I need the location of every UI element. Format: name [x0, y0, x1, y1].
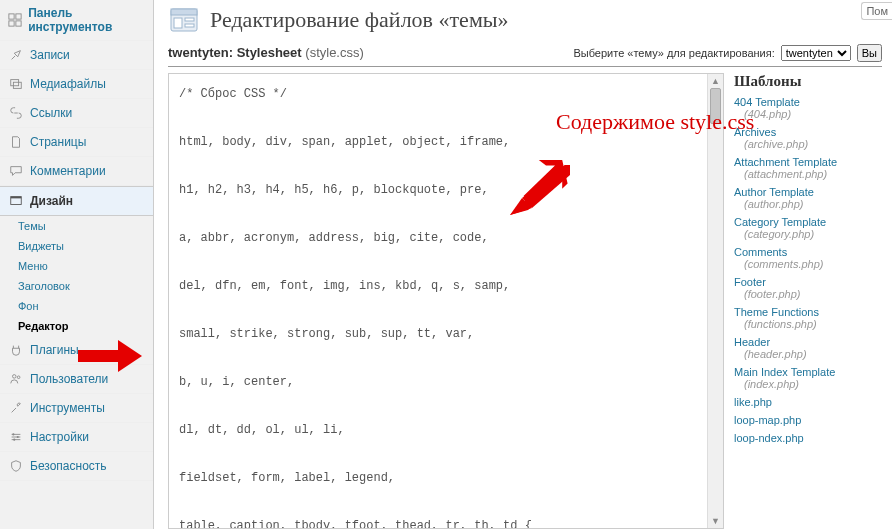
- sidebar-label: Комментарии: [30, 164, 106, 178]
- template-link[interactable]: Comments: [734, 246, 882, 258]
- page-icon: [8, 134, 24, 150]
- template-link[interactable]: Attachment Template: [734, 156, 882, 168]
- comment-icon: [8, 163, 24, 179]
- sidebar-settings[interactable]: Настройки: [0, 423, 153, 452]
- sidebar-pages[interactable]: Страницы: [0, 128, 153, 157]
- media-icon: [8, 76, 24, 92]
- scroll-down-icon[interactable]: ▼: [708, 514, 723, 528]
- template-link[interactable]: 404 Template: [734, 96, 882, 108]
- sidebar-sub-background[interactable]: Фон: [0, 296, 153, 316]
- sidebar-label: Плагины: [30, 343, 79, 357]
- template-filename: (author.php): [734, 198, 882, 210]
- template-filename: (404.php): [734, 108, 882, 120]
- current-file-label: twentyten: Stylesheet (style.css): [168, 45, 364, 60]
- template-link[interactable]: Archives: [734, 126, 882, 138]
- sidebar-label: Настройки: [30, 430, 89, 444]
- sidebar-links[interactable]: Ссылки: [0, 99, 153, 128]
- sidebar-tools[interactable]: Инструменты: [0, 394, 153, 423]
- theme-dropdown[interactable]: twentyten: [781, 45, 851, 61]
- theme-select-label: Выберите «тему» для редактирования:: [573, 47, 774, 59]
- svg-point-11: [17, 436, 19, 438]
- file-name: (style.css): [305, 45, 364, 60]
- svg-point-12: [13, 439, 15, 441]
- users-icon: [8, 371, 24, 387]
- link-icon: [8, 105, 24, 121]
- sidebar-comments[interactable]: Комментарии: [0, 157, 153, 186]
- template-link[interactable]: Main Index Template: [734, 366, 882, 378]
- sidebar-label: Безопасность: [30, 459, 107, 473]
- page-title: Редактирование файлов «темы»: [210, 7, 509, 33]
- admin-sidebar: Панель инструментов Записи Медиафайлы Сс…: [0, 0, 154, 529]
- sidebar-sub-editor[interactable]: Редактор: [0, 316, 153, 336]
- template-filename: (comments.php): [734, 258, 882, 270]
- template-link[interactable]: Header: [734, 336, 882, 348]
- editor-scrollbar[interactable]: ▲ ▼: [707, 74, 723, 528]
- sidebar-dashboard[interactable]: Панель инструментов: [0, 0, 153, 41]
- svg-rect-14: [171, 9, 197, 15]
- code-editor-wrap: ▲ ▼: [168, 73, 724, 529]
- theme-select-button[interactable]: Вы: [857, 44, 882, 62]
- sidebar-label: Панель инструментов: [28, 6, 145, 34]
- sidebar-media[interactable]: Медиафайлы: [0, 70, 153, 99]
- scroll-up-icon[interactable]: ▲: [708, 74, 723, 88]
- theme-selector: Выберите «тему» для редактирования: twen…: [573, 44, 882, 62]
- scroll-thumb[interactable]: [710, 88, 721, 124]
- sidebar-sub-header[interactable]: Заголовок: [0, 276, 153, 296]
- svg-rect-3: [16, 21, 21, 26]
- sidebar-label: Записи: [30, 48, 70, 62]
- code-editor[interactable]: [169, 74, 707, 528]
- template-filename: (footer.php): [734, 288, 882, 300]
- sidebar-sub-themes[interactable]: Темы: [0, 216, 153, 236]
- template-link[interactable]: like.php: [734, 396, 882, 408]
- tools-icon: [8, 400, 24, 416]
- svg-point-8: [13, 375, 17, 379]
- help-button[interactable]: Пом: [861, 2, 892, 20]
- template-link[interactable]: Footer: [734, 276, 882, 288]
- template-filename: (attachment.php): [734, 168, 882, 180]
- sidebar-plugins[interactable]: Плагины: [0, 336, 153, 365]
- sidebar-label: Пользователи: [30, 372, 108, 386]
- pin-icon: [8, 47, 24, 63]
- template-link[interactable]: loop-map.php: [734, 414, 882, 426]
- sidebar-label: Дизайн: [30, 194, 73, 208]
- template-link[interactable]: Theme Functions: [734, 306, 882, 318]
- svg-rect-15: [174, 18, 182, 28]
- templates-heading: Шаблоны: [734, 73, 882, 90]
- svg-rect-16: [185, 18, 194, 21]
- sidebar-sub-menus[interactable]: Меню: [0, 256, 153, 276]
- svg-rect-17: [185, 24, 194, 27]
- shield-icon: [8, 458, 24, 474]
- template-filename: (functions.php): [734, 318, 882, 330]
- svg-rect-2: [9, 21, 14, 26]
- file-type: Stylesheet: [237, 45, 302, 60]
- dashboard-icon: [8, 12, 22, 28]
- template-link[interactable]: Author Template: [734, 186, 882, 198]
- sidebar-sub-widgets[interactable]: Виджеты: [0, 236, 153, 256]
- sidebar-users[interactable]: Пользователи: [0, 365, 153, 394]
- plugin-icon: [8, 342, 24, 358]
- sidebar-appearance[interactable]: Дизайн: [0, 186, 153, 216]
- appearance-icon: [8, 193, 24, 209]
- sidebar-label: Ссылки: [30, 106, 72, 120]
- template-list: Шаблоны 404 Template(404.php)Archives(ar…: [734, 73, 882, 529]
- file-theme: twentyten:: [168, 45, 233, 60]
- sidebar-label: Страницы: [30, 135, 86, 149]
- sidebar-posts[interactable]: Записи: [0, 41, 153, 70]
- settings-icon: [8, 429, 24, 445]
- sidebar-label: Медиафайлы: [30, 77, 106, 91]
- svg-rect-7: [11, 197, 22, 199]
- svg-point-9: [17, 376, 20, 379]
- template-link[interactable]: loop-ndex.php: [734, 432, 882, 444]
- template-filename: (archive.php): [734, 138, 882, 150]
- sidebar-security[interactable]: Безопасность: [0, 452, 153, 481]
- svg-rect-1: [16, 14, 21, 19]
- template-filename: (header.php): [734, 348, 882, 360]
- template-filename: (index.php): [734, 378, 882, 390]
- main-content: Пом Редактирование файлов «темы» twentyt…: [154, 0, 892, 529]
- svg-rect-0: [9, 14, 14, 19]
- theme-editor-icon: [168, 4, 200, 36]
- sidebar-label: Инструменты: [30, 401, 105, 415]
- template-filename: (category.php): [734, 228, 882, 240]
- svg-point-10: [12, 433, 14, 435]
- template-link[interactable]: Category Template: [734, 216, 882, 228]
